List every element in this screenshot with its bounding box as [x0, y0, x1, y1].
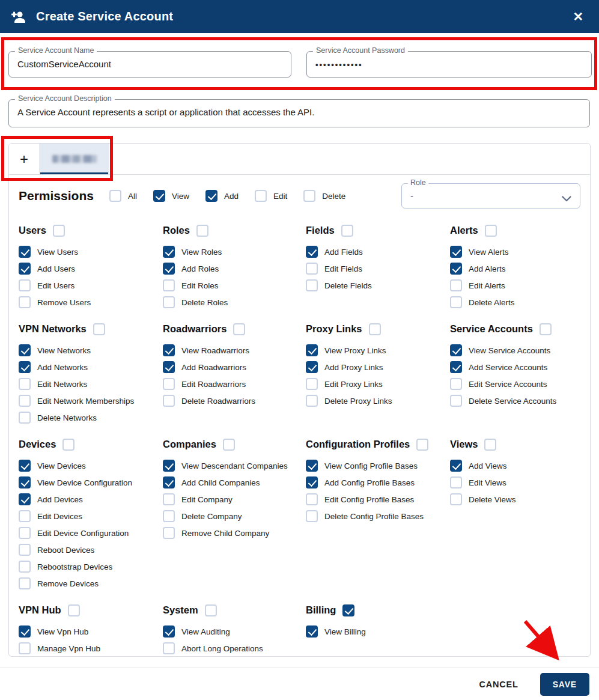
permission-item: Edit Views: [450, 474, 580, 491]
checkbox[interactable]: [19, 476, 31, 488]
group-checkbox[interactable]: [484, 439, 496, 451]
checkbox[interactable]: [19, 561, 31, 573]
close-icon[interactable]: ✕: [573, 10, 583, 23]
checkbox[interactable]: [19, 625, 31, 638]
checkbox[interactable]: [19, 412, 31, 424]
checkbox[interactable]: [19, 279, 31, 291]
checkbox[interactable]: [450, 378, 462, 390]
group-checkbox[interactable]: [223, 439, 235, 451]
group-title: Users: [19, 223, 46, 238]
checkbox[interactable]: [450, 279, 462, 291]
checkbox[interactable]: [19, 460, 31, 472]
service-account-password-field[interactable]: Service Account Password ••••••••••••: [306, 51, 592, 78]
checkbox[interactable]: [109, 190, 121, 202]
permission-label: Delete Views: [469, 495, 516, 504]
checkbox[interactable]: [163, 493, 175, 505]
cancel-button[interactable]: CANCEL: [479, 680, 518, 689]
checkbox[interactable]: [163, 476, 175, 488]
permission-item: View: [153, 190, 189, 202]
service-account-name-field[interactable]: Service Account Name CustomServiceAccoun…: [8, 51, 291, 78]
checkbox[interactable]: [205, 190, 217, 202]
group-checkbox[interactable]: [416, 439, 428, 451]
group-title: Companies: [163, 437, 216, 452]
checkbox[interactable]: [19, 344, 31, 356]
checkbox[interactable]: [19, 544, 31, 556]
checkbox[interactable]: [306, 476, 318, 488]
checkbox[interactable]: [450, 361, 462, 373]
checkbox[interactable]: [450, 395, 462, 407]
checkbox[interactable]: [450, 476, 462, 488]
checkbox[interactable]: [19, 642, 31, 654]
checkbox[interactable]: [163, 263, 175, 275]
group-checkbox[interactable]: [93, 323, 105, 335]
checkbox[interactable]: [19, 296, 31, 308]
group-checkbox[interactable]: [68, 604, 80, 616]
checkbox[interactable]: [163, 296, 175, 308]
permission-item: Add Child Companies: [163, 474, 306, 491]
checkbox[interactable]: [450, 460, 462, 472]
service-account-description-label: Service Account Description: [15, 94, 115, 103]
add-tab-button[interactable]: +: [9, 144, 39, 174]
checkbox[interactable]: [306, 460, 318, 472]
checkbox[interactable]: [306, 395, 318, 407]
checkbox[interactable]: [303, 190, 315, 202]
save-button[interactable]: SAVE: [540, 673, 589, 696]
checkbox[interactable]: [19, 378, 31, 390]
checkbox[interactable]: [163, 510, 175, 522]
checkbox[interactable]: [163, 460, 175, 472]
checkbox[interactable]: [19, 246, 31, 258]
service-account-description-field[interactable]: Service Account Description A Service Ac…: [8, 99, 590, 127]
checkbox[interactable]: [306, 625, 318, 638]
checkbox[interactable]: [19, 577, 31, 589]
group-items: View Alerts Add Alerts Edit Alerts Delet…: [450, 243, 580, 311]
group-checkbox[interactable]: [342, 604, 354, 616]
checkbox[interactable]: [306, 510, 318, 522]
checkbox[interactable]: [306, 246, 318, 258]
dialog-title: Create Service Account: [36, 10, 173, 23]
checkbox[interactable]: [255, 190, 267, 202]
group-title: Service Accounts: [450, 321, 533, 336]
checkbox[interactable]: [450, 263, 462, 275]
group-checkbox[interactable]: [540, 323, 552, 335]
role-select[interactable]: Role -: [401, 183, 580, 208]
checkbox[interactable]: [163, 625, 175, 638]
checkbox[interactable]: [450, 493, 462, 505]
permission-groups-grid: Users View Users Add Users Edit Users Re…: [19, 223, 580, 657]
checkbox[interactable]: [163, 378, 175, 390]
group-checkbox[interactable]: [341, 225, 353, 237]
checkbox[interactable]: [306, 279, 318, 291]
group-checkbox[interactable]: [233, 323, 245, 335]
checkbox[interactable]: [19, 395, 31, 407]
checkbox[interactable]: [450, 246, 462, 258]
checkbox[interactable]: [450, 344, 462, 356]
group-checkbox[interactable]: [62, 439, 74, 451]
group-checkbox[interactable]: [369, 323, 381, 335]
checkbox[interactable]: [19, 527, 31, 539]
group-checkbox[interactable]: [53, 225, 65, 237]
permission-label: Edit Fields: [324, 264, 362, 273]
checkbox[interactable]: [19, 263, 31, 275]
checkbox[interactable]: [163, 527, 175, 539]
group-checkbox[interactable]: [196, 225, 208, 237]
checkbox[interactable]: [163, 344, 175, 356]
checkbox[interactable]: [163, 279, 175, 291]
permission-item: Add Roadwarriors: [163, 359, 306, 376]
checkbox[interactable]: [163, 395, 175, 407]
checkbox[interactable]: [163, 642, 175, 654]
checkbox[interactable]: [163, 361, 175, 373]
group-checkbox[interactable]: [485, 225, 497, 237]
checkbox[interactable]: [306, 378, 318, 390]
tab-active[interactable]: [39, 144, 109, 174]
permission-item: Add Networks: [19, 359, 163, 376]
checkbox[interactable]: [306, 263, 318, 275]
checkbox[interactable]: [306, 344, 318, 356]
checkbox[interactable]: [19, 493, 31, 505]
checkbox[interactable]: [306, 493, 318, 505]
checkbox[interactable]: [163, 246, 175, 258]
checkbox[interactable]: [19, 510, 31, 522]
checkbox[interactable]: [306, 361, 318, 373]
checkbox[interactable]: [450, 296, 462, 308]
checkbox[interactable]: [19, 361, 31, 373]
checkbox[interactable]: [153, 190, 165, 202]
group-checkbox[interactable]: [205, 604, 217, 616]
